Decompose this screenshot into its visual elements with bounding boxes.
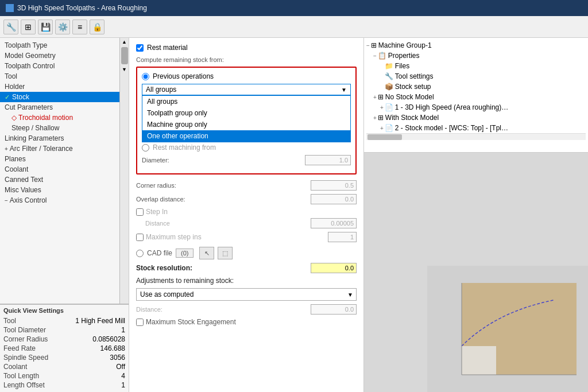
nav-item-coolant[interactable]: Coolant: [0, 164, 119, 174]
tree-horizontal-scrollbar[interactable]: [366, 133, 586, 140]
dropdown-item-toolpath-group[interactable]: Toolpath group only: [142, 107, 350, 119]
diameter-input[interactable]: 1.0: [305, 155, 351, 165]
max-step-ins-input[interactable]: [328, 232, 357, 242]
tree-item-tool-settings[interactable]: − 🔧 Tool settings: [366, 71, 586, 81]
toolbar-btn-5[interactable]: ≡: [72, 20, 87, 34]
cad-cursor-btn[interactable]: ↖: [199, 247, 214, 259]
dropdown-item-machine-group[interactable]: Machine group only: [142, 119, 350, 130]
corner-radius-input[interactable]: [311, 180, 357, 191]
toolbar-btn-1[interactable]: 🔧: [3, 20, 18, 34]
value-feedrate: 146.688: [100, 344, 125, 352]
left-panel: Toolpath Type Model Geometry Toolpath Co…: [0, 38, 129, 392]
radio-previous-row: Previous operations: [142, 72, 351, 80]
overlap-row: Overlap distance:: [136, 194, 357, 204]
tree-item-stock-setup[interactable]: − 📦 Stock setup: [366, 81, 586, 92]
dropdown-trigger[interactable]: All groups ▼: [142, 84, 351, 95]
scroll-down[interactable]: ▼: [121, 65, 128, 73]
tree-item-machine-group[interactable]: − ⊞ Machine Group-1: [366, 40, 586, 51]
nav-tree: Toolpath Type Model Geometry Toolpath Co…: [0, 38, 119, 304]
nav-scrollbar[interactable]: ▲ ▼: [119, 38, 129, 304]
tree-item-no-stock-model[interactable]: + ⊞ No Stock Model: [366, 92, 586, 102]
nav-item-trochoidal[interactable]: ◇ Trochoidal motion: [0, 112, 119, 123]
nav-item-canned-text[interactable]: Canned Text: [0, 174, 119, 185]
tree-label-stock-setup: Stock setup: [395, 83, 431, 91]
toolbar-btn-6[interactable]: 🔒: [90, 20, 105, 34]
nav-item-misc-values[interactable]: Misc Values: [0, 185, 119, 195]
quick-view-row-toollength: Tool Length 4: [3, 371, 125, 381]
label-spindle: Spindle Speed: [3, 354, 48, 362]
expand-no-stock-model[interactable]: +: [373, 94, 377, 100]
nav-item-steep-shallow[interactable]: Steep / Shallow: [0, 123, 119, 133]
title-bar: 3D High Speed Toolpaths - Area Roughing: [0, 0, 588, 16]
toolbar: 🔧 ⊞ 💾 ⚙️ ≡ 🔒: [0, 16, 588, 38]
nav-item-tool[interactable]: Tool: [0, 71, 119, 81]
label-corner: Corner Radius: [3, 335, 48, 343]
label-coolant: Coolant: [3, 363, 27, 371]
distance-row: Distance:: [136, 304, 357, 315]
nav-item-toolpath-control[interactable]: Toolpath Control: [0, 61, 119, 71]
nav-item-holder[interactable]: Holder: [0, 81, 119, 92]
scroll-up[interactable]: ▲: [121, 38, 128, 46]
label-feedrate: Feed Rate: [3, 344, 36, 352]
tree-item-files[interactable]: − 📁 Files: [366, 61, 586, 71]
radio-rest-row: Rest machining from: [142, 143, 351, 152]
value-coolant: Off: [116, 363, 125, 371]
toolbar-btn-4[interactable]: ⚙️: [55, 20, 70, 34]
rest-material-row: Rest material: [136, 44, 357, 52]
nav-item-model-geometry[interactable]: Model Geometry: [0, 51, 119, 61]
rest-material-checkbox[interactable]: [136, 44, 144, 52]
cad-import-btn[interactable]: ⬚: [218, 247, 233, 259]
radio-cad-file[interactable]: [136, 250, 144, 257]
scroll-thumb[interactable]: [121, 47, 128, 64]
nav-item-cut-parameters[interactable]: Cut Parameters: [0, 102, 119, 112]
expand-op1[interactable]: +: [380, 104, 384, 111]
quick-view-row-feedrate: Feed Rate 146.688: [3, 344, 125, 353]
value-tool: 1 High Feed Mill: [75, 317, 125, 325]
cad-file-row: CAD file (0) ↖ ⬚: [136, 247, 357, 259]
step-in-distance-input[interactable]: [311, 218, 357, 228]
svg-rect-2: [462, 346, 496, 375]
corner-radius-row: Corner radius:: [136, 180, 357, 191]
expand-properties[interactable]: −: [373, 53, 377, 59]
step-in-checkbox[interactable]: [136, 208, 144, 216]
stock-resolution-input[interactable]: [311, 263, 357, 273]
distance-input[interactable]: [311, 304, 357, 315]
radio-previous-ops[interactable]: [142, 73, 149, 80]
dropdown-item-one-other[interactable]: One other operation: [142, 130, 350, 142]
step-in-distance-row: Distance: [136, 218, 357, 228]
properties-icon: 📋: [378, 52, 386, 60]
toolbar-btn-3[interactable]: 💾: [38, 20, 53, 34]
stock-setup-icon: 📦: [385, 83, 393, 91]
expand-with-stock-model[interactable]: +: [373, 115, 377, 121]
radio-rest-machining[interactable]: [142, 144, 149, 152]
max-step-ins-row: Maximum step ins: [136, 232, 357, 242]
value-spindle: 3056: [110, 354, 125, 362]
tree-item-op2[interactable]: + 📄 2 - Stock model - [WCS: Top] - [Tpla…: [366, 123, 586, 133]
tree-scroll-thumb[interactable]: [368, 134, 402, 140]
tree-item-op1[interactable]: + 📄 1 - 3D High Speed (Area roughing) - …: [366, 102, 586, 112]
adjustments-dropdown[interactable]: Use as computed Add distance Subtract di…: [136, 288, 357, 301]
max-step-ins-checkbox[interactable]: [136, 234, 144, 241]
dropdown-item-all-groups[interactable]: All groups: [142, 96, 350, 107]
diameter-label: Diameter:: [142, 157, 169, 164]
canvas-area: [364, 153, 588, 392]
step-in-label: Step In: [146, 208, 168, 216]
overlap-input[interactable]: [311, 194, 357, 204]
quick-view-row-spindle: Spindle Speed 3056: [3, 353, 125, 362]
radio-previous-label: Previous operations: [153, 72, 214, 80]
expand-machine-group[interactable]: −: [366, 42, 370, 49]
title-bar-icon: [6, 4, 14, 12]
toolbar-btn-2[interactable]: ⊞: [21, 20, 36, 34]
nav-item-linking[interactable]: Linking Parameters: [0, 133, 119, 143]
nav-item-toolpath-type[interactable]: Toolpath Type: [0, 40, 119, 51]
nav-item-stock[interactable]: Stock: [0, 92, 119, 102]
nav-item-planes[interactable]: Planes: [0, 154, 119, 164]
expand-op2[interactable]: +: [380, 125, 384, 131]
tree-item-properties[interactable]: − 📋 Properties: [366, 51, 586, 61]
max-stock-checkbox[interactable]: [136, 319, 144, 326]
nav-item-arc-filter[interactable]: +Arc Filter / Tolerance: [0, 143, 119, 154]
value-diameter: 1: [121, 326, 125, 334]
tree-item-with-stock-model[interactable]: + ⊞ With Stock Model: [366, 112, 586, 123]
nav-item-axis-control[interactable]: −Axis Control: [0, 195, 119, 205]
corner-radius-label: Corner radius:: [136, 182, 176, 189]
